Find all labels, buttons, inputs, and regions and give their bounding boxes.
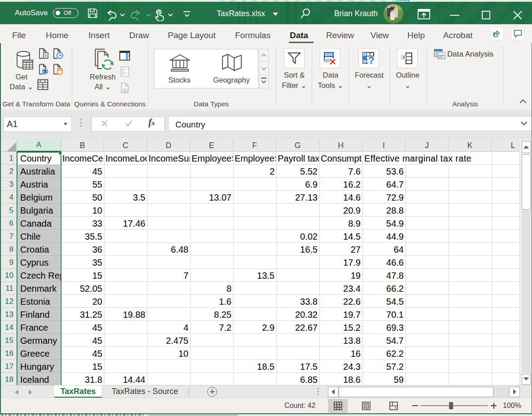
- svg-text:?: ?: [368, 55, 374, 65]
